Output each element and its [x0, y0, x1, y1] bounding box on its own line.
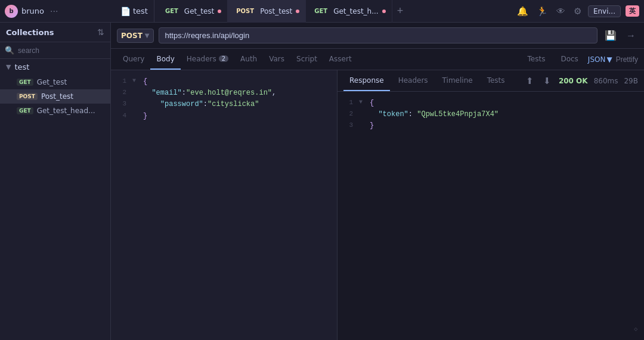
format-select[interactable]: JSON ▼: [588, 55, 612, 64]
add-tab-button[interactable]: +: [392, 5, 408, 17]
filter-icon: ⬦: [633, 322, 638, 335]
tab-body[interactable]: Body: [150, 49, 180, 70]
tab-query[interactable]: Query: [117, 49, 150, 70]
tab-method-post: POST: [234, 7, 256, 15]
lang-badge: 英: [626, 5, 639, 17]
sort-icon[interactable]: ⇅: [97, 27, 104, 37]
collections-title: Collections: [6, 28, 54, 37]
resp-copy-icon[interactable]: ⬆: [524, 74, 535, 88]
tab-post-test[interactable]: POST Post_test: [228, 0, 306, 23]
status-badge: 200 OK: [559, 77, 588, 85]
sidebar-header: Collections ⇅: [0, 23, 110, 42]
tab-tests[interactable]: Tests: [522, 55, 552, 64]
more-button[interactable]: ···: [48, 5, 60, 18]
response-body: 1 ▼ { 2 "token": "QpwL5tke4Pnpja7X4" 3: [338, 92, 644, 340]
panels: 1 ▼ { 2 "email":"eve.holt@reqres.in", 3: [111, 70, 644, 340]
resp-time: 860ms: [594, 77, 618, 85]
file-label: test: [133, 7, 148, 15]
tab-headers[interactable]: Headers 2: [181, 49, 234, 70]
env-badge[interactable]: Envi...: [588, 5, 621, 17]
url-bar: POST ▼ 💾 →: [111, 23, 644, 49]
search-box: 🔍: [0, 42, 110, 59]
tree-item-get-test[interactable]: GET Get_test: [0, 75, 110, 89]
tab-name-post-test: Post_test: [260, 7, 292, 15]
tab-docs[interactable]: Docs: [555, 55, 584, 64]
tab-script[interactable]: Script: [290, 49, 323, 70]
tree-item-name-get: Get_test: [37, 78, 67, 86]
method-select[interactable]: POST ▼: [117, 29, 154, 43]
file-icon: 📄: [120, 7, 131, 16]
file-tab: 📄 test: [114, 0, 154, 22]
resp-tab-tests[interactable]: Tests: [481, 70, 511, 91]
sidebar: Collections ⇅ 🔍 ▼ test GET Get_test POST…: [0, 23, 111, 340]
headers-badge: 2: [219, 55, 228, 62]
eye-icon[interactable]: 👁: [555, 5, 567, 17]
content: POST ▼ 💾 → Query Body Headers 2 Auth V: [111, 23, 644, 340]
method-badge-get: GET: [17, 79, 33, 86]
tab-dot-2: [296, 10, 299, 13]
tree-item-get-test-head[interactable]: GET Get_test_head...: [0, 104, 110, 118]
tab-vars[interactable]: Vars: [263, 49, 290, 70]
top-bar: b bruno ··· 📄 test GET Get_test POST Pos…: [0, 0, 644, 23]
code-line-3: 3 "password":"cityslicka": [117, 99, 331, 110]
tab-method-get: GET: [163, 7, 181, 15]
search-input[interactable]: [18, 46, 106, 55]
resp-line-1: 1 ▼ {: [343, 98, 638, 109]
method-chevron: ▼: [145, 32, 150, 39]
resp-line-3: 3 }: [343, 120, 638, 132]
request-body-panel: 1 ▼ { 2 "email":"eve.holt@reqres.in", 3: [111, 70, 338, 340]
tree-section: ▼ test GET Get_test POST Post_test GET G…: [0, 59, 110, 340]
tab-dot-3: [382, 10, 386, 13]
tab-auth[interactable]: Auth: [234, 49, 263, 70]
tab-get-test-h[interactable]: GET Get_test_h...: [306, 0, 392, 23]
tree-item-name-get-head: Get_test_head...: [37, 107, 95, 115]
method-label: POST: [121, 32, 143, 40]
resp-size: 29B: [624, 77, 638, 85]
settings-icon[interactable]: ⚙: [572, 5, 583, 18]
tab-method-get3: GET: [312, 7, 330, 15]
tab-assert[interactable]: Assert: [323, 49, 358, 70]
top-bar-left: b bruno ···: [5, 5, 112, 18]
run-icon[interactable]: 🏃: [535, 5, 550, 18]
avatar: b: [5, 5, 18, 18]
code-line-2: 2 "email":"eve.holt@reqres.in",: [117, 88, 331, 99]
resp-meta: ⬆ ⬇ 200 OK 860ms 29B: [524, 74, 638, 88]
method-badge-post: POST: [17, 93, 38, 100]
code-line-1: 1 ▼ {: [117, 76, 331, 88]
resp-tab-headers[interactable]: Headers: [392, 70, 434, 91]
resp-line-2: 2 "token": "QpwL5tke4Pnpja7X4": [343, 109, 638, 120]
resp-tab-response[interactable]: Response: [343, 70, 390, 91]
tree-group-name: test: [14, 63, 29, 71]
code-editor[interactable]: 1 ▼ { 2 "email":"eve.holt@reqres.in", 3: [111, 70, 337, 340]
tabs-bar: GET Get_test POST Post_test GET Get_test…: [157, 0, 513, 23]
resp-download-icon[interactable]: ⬇: [541, 74, 553, 88]
request-tabs: Query Body Headers 2 Auth Vars Script As…: [111, 49, 644, 70]
tree-item-post-test[interactable]: POST Post_test: [0, 89, 110, 104]
tab-name-get-test-h: Get_test_h...: [333, 7, 378, 15]
response-header: Response Headers Timeline Tests ⬆ ⬇ 200: [338, 70, 644, 92]
top-bar-right: 🔔 🏃 👁 ⚙ Envi... 英: [515, 5, 639, 18]
bell-icon[interactable]: 🔔: [515, 5, 530, 18]
url-input[interactable]: [159, 27, 597, 43]
code-line-4: 4 }: [117, 111, 331, 122]
method-badge-get3: GET: [17, 107, 33, 114]
main: Collections ⇅ 🔍 ▼ test GET Get_test POST…: [0, 23, 644, 340]
tab-name-get-test: Get_test: [184, 7, 214, 15]
format-bar: Tests Docs JSON ▼ Prettify: [522, 55, 638, 64]
tab-get-test[interactable]: GET Get_test: [157, 0, 228, 23]
prettify-button[interactable]: Prettify: [616, 55, 638, 64]
search-icon: 🔍: [5, 46, 14, 55]
send-button[interactable]: →: [624, 29, 638, 42]
resp-tab-timeline[interactable]: Timeline: [436, 70, 479, 91]
chevron-icon: ▼: [6, 63, 11, 71]
save-url-button[interactable]: 💾: [602, 29, 619, 42]
tab-dot-1: [218, 10, 221, 13]
user-name: bruno: [21, 7, 44, 15]
response-panel: Response Headers Timeline Tests ⬆ ⬇ 200: [338, 70, 644, 340]
tree-item-name-post: Post_test: [41, 92, 73, 101]
tree-group-test[interactable]: ▼ test: [0, 59, 110, 75]
